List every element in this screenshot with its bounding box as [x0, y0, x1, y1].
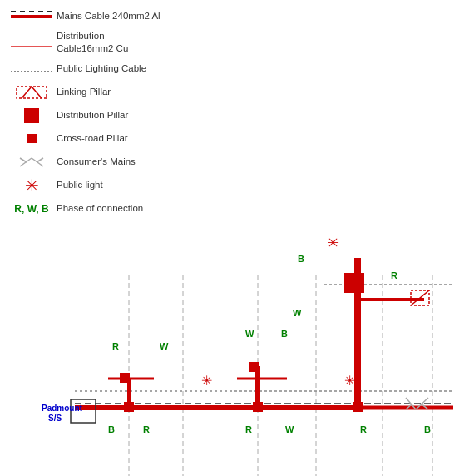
- svg-text:W: W: [160, 341, 169, 351]
- svg-text:R: R: [112, 341, 119, 351]
- svg-text:B: B: [298, 254, 304, 264]
- svg-text:B: B: [108, 424, 115, 434]
- svg-text:B: B: [424, 424, 431, 434]
- svg-text:W: W: [293, 308, 302, 318]
- svg-text:B: B: [281, 329, 288, 339]
- svg-text:R: R: [245, 424, 252, 434]
- svg-text:S/S: S/S: [48, 414, 62, 423]
- svg-text:R: R: [143, 424, 150, 434]
- svg-rect-38: [253, 402, 263, 412]
- svg-text:R: R: [360, 424, 367, 434]
- svg-rect-39: [353, 402, 363, 412]
- svg-rect-37: [124, 402, 134, 412]
- svg-text:W: W: [285, 424, 294, 434]
- diagram: ✳ ✳ ✳ Padmount S/S B R W R W W B B R R W…: [0, 0, 464, 476]
- svg-text:W: W: [245, 329, 254, 339]
- svg-text:Padmount: Padmount: [42, 404, 83, 413]
- svg-text:✳: ✳: [344, 374, 355, 388]
- svg-text:✳: ✳: [201, 374, 212, 388]
- svg-text:✳: ✳: [327, 235, 339, 251]
- svg-rect-28: [344, 273, 364, 293]
- svg-rect-35: [120, 373, 130, 383]
- svg-text:R: R: [391, 270, 397, 280]
- svg-rect-36: [249, 362, 259, 372]
